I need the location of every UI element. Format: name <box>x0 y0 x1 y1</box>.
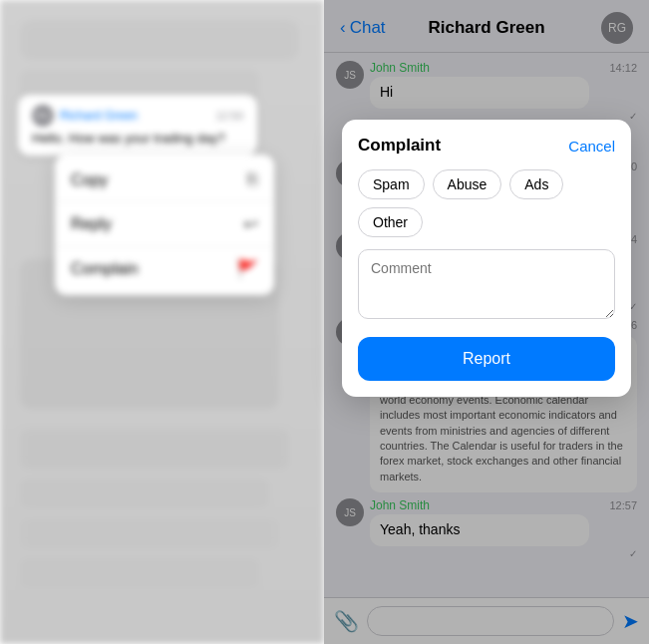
copy-menu-item[interactable]: Copy ⎘ <box>55 159 274 202</box>
comment-input[interactable] <box>358 249 615 319</box>
context-menu: Copy ⎘ Reply ↩ Complain 🚩 <box>55 155 274 295</box>
spam-tag[interactable]: Spam <box>358 169 425 199</box>
other-tag[interactable]: Other <box>358 207 423 237</box>
complain-icon: 🚩 <box>236 258 258 280</box>
message-text: Hello. How was your trading day? <box>32 131 243 146</box>
cancel-button[interactable]: Cancel <box>568 138 615 155</box>
modal-title: Complaint <box>358 136 441 156</box>
reply-menu-item[interactable]: Reply ↩ <box>55 202 274 247</box>
report-button[interactable]: Report <box>358 337 615 381</box>
complaint-modal: Complaint Cancel Spam Abuse Ads Other Re… <box>342 120 631 397</box>
abuse-tag[interactable]: Abuse <box>433 169 502 199</box>
message-time: 12:50 <box>215 110 243 122</box>
ads-tag[interactable]: Ads <box>509 169 563 199</box>
left-panel: RG Richard Green 12:50 Hello. How was yo… <box>0 0 324 644</box>
complain-label: Complain <box>71 260 139 278</box>
modal-header: Complaint Cancel <box>358 136 615 156</box>
avatar: RG <box>32 105 54 127</box>
reply-label: Reply <box>71 215 112 233</box>
complain-menu-item[interactable]: Complain 🚩 <box>55 247 274 291</box>
complaint-tags: Spam Abuse Ads Other <box>358 169 615 237</box>
copy-icon: ⎘ <box>247 169 258 190</box>
sender-name: Richard Green <box>60 109 138 123</box>
copy-label: Copy <box>71 171 108 189</box>
message-bubble: RG Richard Green 12:50 Hello. How was yo… <box>18 95 257 156</box>
reply-icon: ↩ <box>243 213 258 235</box>
right-panel: ‹ Chat Richard Green RG JS John Smith 14… <box>324 0 649 644</box>
modal-overlay: Complaint Cancel Spam Abuse Ads Other Re… <box>324 0 649 644</box>
